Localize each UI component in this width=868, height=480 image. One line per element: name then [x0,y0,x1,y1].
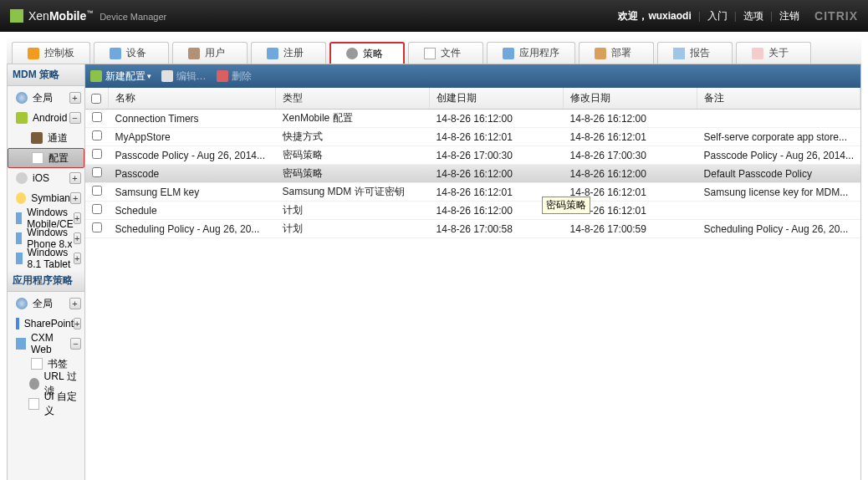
brand-sub: Device Manager [100,12,166,22]
nav-getstarted[interactable]: 入门 [707,9,728,23]
ico-about-icon [752,48,763,59]
tree-node[interactable]: CXM Web− [8,334,84,354]
cell-modified: 14-8-26 16:12:00 [564,168,697,180]
cell-type: Samsung MDM 许可证密钥 [276,185,430,199]
toolbar: 新建配置▾ 编辑… 删除 [85,64,860,88]
tree-label: 书签 [48,357,68,371]
tab-0[interactable]: 控制板 [12,42,90,64]
chevron-down-icon: ▾ [147,72,151,80]
tab-3[interactable]: 注册 [251,42,326,64]
welcome-text: 欢迎，wuxiaodi [618,9,691,23]
toolbar-delete[interactable]: 删除 [217,69,252,84]
cell-name: Passcode [109,168,276,180]
cell-created: 14-8-26 16:12:00 [430,168,564,180]
row-checkbox[interactable] [92,130,102,140]
tab-4[interactable]: 策略 [329,42,405,64]
toolbar-del-label: 删除 [232,69,252,84]
tree-node[interactable]: Windows Phone 8.x+ [8,228,84,248]
table-row[interactable]: Connection TimersXenMobile 配置14-8-26 16:… [85,110,860,128]
row-checkbox[interactable] [92,186,102,196]
col-modified[interactable]: 修改日期 [564,88,697,109]
tree-node[interactable]: Android− [8,108,84,128]
expand-button[interactable]: + [74,253,80,264]
expand-button[interactable]: + [74,318,80,329]
cell-type: 计划 [276,222,430,236]
tree-node[interactable]: 配置 [8,148,84,168]
toolbar-new-label: 新建配置 [105,69,146,84]
row-checkbox[interactable] [92,204,102,214]
tree-node[interactable]: iOS+ [8,168,84,188]
tab-1[interactable]: 设备 [94,42,169,64]
t-ios-icon [16,172,28,184]
tree-label: 全局 [33,297,53,311]
ico-reg-icon [267,48,278,59]
app-header: XenMobile™ Device Manager 欢迎，wuxiaodi | … [0,0,868,32]
table-row[interactable]: MyAppStore快捷方式14-8-26 16:12:0114-8-26 16… [85,128,860,146]
tree-label: Android [33,112,67,124]
nav-logout[interactable]: 注销 [779,9,799,23]
tree-node[interactable]: 全局+ [8,88,84,108]
content: 新建配置▾ 编辑… 删除 名称 类型 创建日期 修改日期 备注 Connecti… [85,64,860,480]
tab-9[interactable]: 关于 [736,42,811,64]
col-note[interactable]: 备注 [697,88,860,109]
cell-created: 14-8-26 17:00:30 [430,150,564,161]
expand-button[interactable]: − [70,338,80,350]
brand: XenMobile™ Device Manager [28,9,166,23]
expand-button[interactable]: + [74,212,80,224]
tab-5[interactable]: 文件 [408,42,483,64]
row-checkbox[interactable] [92,222,102,232]
tree-node[interactable]: 通道 [8,128,84,148]
cell-modified: 14-8-26 16:12:01 [564,131,697,143]
tree-label: 全局 [33,91,53,105]
ico-policy-icon [346,48,358,59]
cell-modified: 14-8-26 17:00:30 [564,150,697,161]
tab-7[interactable]: 部署 [579,42,654,64]
cell-name: Scheduling Policy - Aug 26, 20... [109,223,276,235]
cell-name: Passcode Policy - Aug 26, 2014... [109,150,276,161]
table-body: Connection TimersXenMobile 配置14-8-26 16:… [85,110,860,238]
expand-button[interactable]: + [74,232,80,244]
ico-deploy-icon [595,48,606,59]
tab-2[interactable]: 用户 [172,42,248,64]
col-checkbox[interactable] [85,88,109,109]
tree-label: 通道 [48,131,68,146]
tree-node[interactable]: SharePoint+ [8,314,84,334]
cell-type: 快捷方式 [276,130,430,144]
tree-node[interactable]: Windows 8.1 Tablet+ [8,248,84,268]
expand-button[interactable]: + [69,172,81,184]
table-row[interactable]: Passcode Policy - Aug 26, 2014...密码策略14-… [85,146,860,165]
tab-8[interactable]: 报告 [657,42,733,64]
row-checkbox[interactable] [92,167,102,177]
table-row[interactable]: Scheduling Policy - Aug 26, 20...计划14-8-… [85,220,860,238]
col-type[interactable]: 类型 [276,88,430,109]
table-row[interactable]: Schedule计划14-8-26 16:12:0014-8-26 16:12:… [85,202,860,220]
row-checkbox[interactable] [92,149,102,159]
tree-node[interactable]: 全局+ [8,294,84,314]
expand-button[interactable]: + [69,298,81,309]
table-row[interactable]: Passcode密码策略14-8-26 16:12:0014-8-26 16:1… [85,165,860,183]
table-header: 名称 类型 创建日期 修改日期 备注 [85,88,860,110]
tree-node[interactable]: Symbian+ [8,188,84,208]
t-symbian-icon [16,192,26,204]
tree-node[interactable]: Windows Mobile/CE+ [8,208,84,228]
tree-node[interactable]: UI 自定义 [8,394,84,414]
expand-button[interactable]: + [69,92,81,104]
toolbar-edit[interactable]: 编辑… [161,69,207,84]
col-created[interactable]: 创建日期 [430,88,564,109]
cell-name: Connection Timers [109,113,276,125]
expand-button[interactable]: + [70,192,81,204]
tab-label: 注册 [283,46,304,60]
tab-6[interactable]: 应用程序 [487,42,575,64]
row-checkbox[interactable] [92,112,102,122]
nav-options[interactable]: 选项 [743,9,763,23]
select-all-checkbox[interactable] [91,94,101,104]
brand-bold: Mobile [49,9,86,23]
ico-device-icon [110,48,121,59]
cell-type: 密码策略 [276,148,430,162]
toolbar-new[interactable]: 新建配置▾ [90,69,151,84]
cell-modified: 14-8-26 17:00:59 [564,223,697,235]
expand-button[interactable]: − [69,112,81,124]
col-name[interactable]: 名称 [109,88,276,109]
table-row[interactable]: Samsung ELM keySamsung MDM 许可证密钥14-8-26 … [85,183,860,202]
t-android-icon [16,112,28,124]
